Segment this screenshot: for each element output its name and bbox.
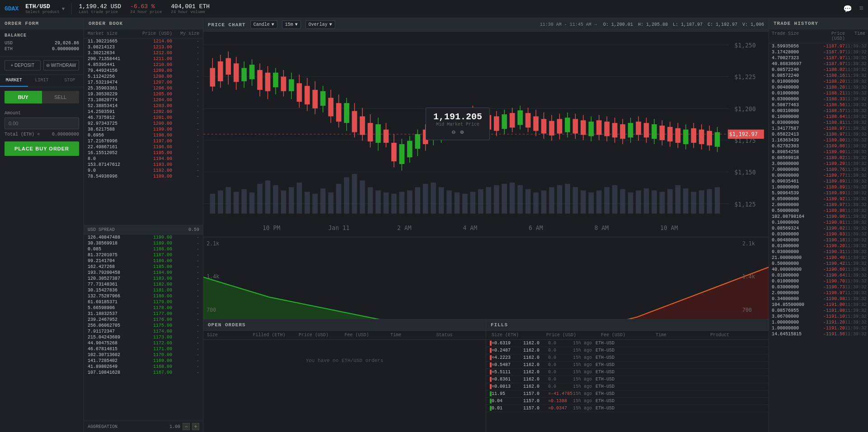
list-item[interactable]: 14.25035911202.00- — [84, 109, 203, 115]
table-row: 102.08798164-1190.0011:39:32 — [769, 214, 868, 220]
list-item[interactable]: 5.665989061178.00- — [84, 305, 203, 311]
tab-stop[interactable]: STOP — [56, 75, 84, 87]
list-item[interactable]: 0.69561198.00- — [84, 132, 203, 138]
overlay-dropdown[interactable]: Overlay ▼ — [305, 20, 335, 29]
list-item[interactable]: 141.72854021169.00- — [84, 358, 203, 364]
amount-section: Amount Total (ETH) ≈ 0.00000000 — [0, 107, 84, 137]
list-item[interactable]: 11.302216651214.00- — [84, 38, 203, 44]
list-item[interactable]: 31.188325371177.00- — [84, 311, 203, 317]
place-order-button[interactable]: PLACE BUY ORDER — [5, 141, 79, 156]
svg-text:10 AM: 10 AM — [660, 225, 678, 231]
list-item[interactable]: 9.01192.00- — [84, 168, 203, 174]
main-layout: ORDER FORM BALANCE USD 29,026.86 ETH 0.0… — [0, 18, 868, 432]
svg-rect-42 — [494, 185, 499, 214]
list-item[interactable]: 4.853954411210.00- — [84, 62, 203, 68]
svg-rect-56 — [604, 187, 610, 214]
list-item[interactable]: 77.731483611182.00- — [84, 282, 203, 287]
list-item[interactable]: 92.973437251200.00- — [84, 121, 203, 127]
chart-type-dropdown[interactable]: Candle ▼ — [250, 20, 277, 29]
svg-rect-13 — [265, 180, 271, 213]
order-form-panel: ORDER FORM BALANCE USD 29,026.86 ETH 0.0… — [0, 18, 84, 432]
list-item[interactable]: 17.216769961197.00- — [84, 138, 203, 144]
list-item[interactable]: 30.385699181189.00- — [84, 240, 203, 246]
th-price-header: Price (USD) — [820, 31, 845, 41]
list-item[interactable]: 239.24679521176.00- — [84, 317, 203, 323]
ob-headers: Market size Price (USD) My size — [84, 29, 203, 38]
list-item[interactable]: 22.498671611196.00- — [84, 144, 203, 150]
list-item[interactable]: 25.359033611206.00- — [84, 85, 203, 91]
amount-input[interactable] — [5, 117, 79, 129]
list-item[interactable]: 30.154278361181.00- — [84, 287, 203, 293]
list-item[interactable]: 41.898026491168.00- — [84, 364, 203, 370]
list-item[interactable]: 126.408474881190.00- — [84, 235, 203, 240]
list-item[interactable]: 8.01194.00- — [84, 156, 203, 162]
list-item[interactable]: 215.042436891173.00- — [84, 334, 203, 340]
svg-rect-36 — [446, 190, 452, 213]
list-item[interactable]: 132.752879661180.00- — [84, 293, 203, 299]
tab-limit[interactable]: LIMIT — [28, 75, 56, 87]
list-item[interactable]: 46.678148151171.00- — [84, 346, 203, 352]
svg-rect-38 — [462, 194, 468, 214]
svg-rect-8 — [225, 187, 231, 214]
list-item[interactable]: 7.911723471174.00- — [84, 329, 203, 334]
list-item[interactable]: 3.302126341212.00- — [84, 50, 203, 56]
spread-value: 0.59 — [188, 227, 199, 232]
table-row: 1.00000000-1191.2011:39:32 — [769, 319, 868, 325]
message-icon[interactable]: 💬 — [843, 5, 852, 14]
svg-rect-172 — [604, 122, 610, 136]
list-item[interactable]: 290.713584411211.00- — [84, 56, 203, 62]
svg-rect-53 — [581, 190, 586, 213]
volume-label: 24 hour volume — [171, 10, 210, 14]
list-item[interactable]: 0.0851188.00- — [84, 246, 203, 252]
svg-rect-72 — [210, 68, 216, 87]
svg-text:2.1k: 2.1k — [206, 240, 219, 247]
list-item[interactable]: 38.62175881199.00- — [84, 127, 203, 132]
svg-rect-18 — [305, 192, 310, 213]
list-item[interactable]: 17.532194741207.00- — [84, 80, 203, 85]
list-item[interactable]: 99.21417041186.00- — [84, 258, 203, 264]
pair-selector[interactable]: ETH/USD Select product ▼ — [25, 3, 72, 14]
ob-spread: USD SPREAD 0.59 — [84, 225, 203, 235]
svg-rect-146 — [502, 114, 507, 129]
aggregation-decrease[interactable]: − — [183, 423, 190, 430]
zoom-out-button[interactable]: ⊖ — [452, 128, 455, 136]
menu-icon[interactable]: ≡ — [859, 5, 863, 14]
tab-market[interactable]: MARKET — [0, 75, 28, 87]
svg-rect-174 — [612, 123, 618, 137]
aggregation-increase[interactable]: + — [192, 423, 199, 430]
list-item[interactable]: 193.792004581184.00- — [84, 270, 203, 276]
ob-aggregation: AGGREGATION 1.00 − + — [84, 421, 203, 432]
list-item[interactable]: 5.112422561208.00- — [84, 74, 203, 80]
list-item[interactable]: 61.691853711179.00- — [84, 299, 203, 305]
list-item[interactable]: 52.388534141203.00- — [84, 103, 203, 109]
list-item[interactable]: 19.305302291205.00- — [84, 91, 203, 97]
table-row: 0.03000000-1190.0311:39:32 — [769, 231, 868, 237]
withdraw-button[interactable]: ⊖ WITHDRAW — [43, 60, 80, 70]
list-item[interactable]: 81.372010751187.00- — [84, 252, 203, 258]
th-filled: Filled (ETH) — [253, 333, 299, 338]
list-item[interactable]: 162.4272681185.00- — [84, 264, 203, 270]
list-item[interactable]: 153.871476121193.00- — [84, 162, 203, 168]
th-column-headers: Trade Size Price (USD) Time — [769, 29, 868, 43]
list-item[interactable]: 3.082141231213.00- — [84, 44, 203, 50]
list-item[interactable]: 107.108416281167.00- — [84, 370, 203, 376]
deposit-button[interactable]: + DEPOSIT — [5, 60, 41, 70]
amount-label: Amount — [5, 111, 79, 116]
list-item[interactable]: 46.73759121201.00- — [84, 115, 203, 121]
buy-button[interactable]: BUY — [5, 91, 42, 103]
list-item[interactable]: 78.549369961189.00- — [84, 174, 203, 179]
list-item[interactable]: 73.108207741204.00- — [84, 97, 203, 103]
sell-button[interactable]: SELL — [42, 91, 80, 103]
list-item[interactable]: 79.449241561209.00- — [84, 68, 203, 74]
list-item[interactable]: 102.307136021170.00- — [84, 352, 203, 358]
time-interval-dropdown[interactable]: 15m ▼ — [282, 20, 301, 29]
list-item[interactable]: 16.155120521195.00- — [84, 150, 203, 156]
svg-rect-88 — [273, 73, 278, 87]
svg-rect-62 — [652, 190, 657, 213]
table-row: 0.041157.0≈0.138815h agoETH-USD — [486, 398, 769, 405]
table-row: 0.08569918-1189.0211:39:32 — [769, 155, 868, 161]
list-item[interactable]: 44.904752681172.00- — [84, 340, 203, 346]
list-item[interactable]: 120.305273871183.00- — [84, 276, 203, 282]
zoom-in-button[interactable]: ⊕ — [460, 128, 464, 136]
list-item[interactable]: 256.060627051175.00- — [84, 323, 203, 329]
